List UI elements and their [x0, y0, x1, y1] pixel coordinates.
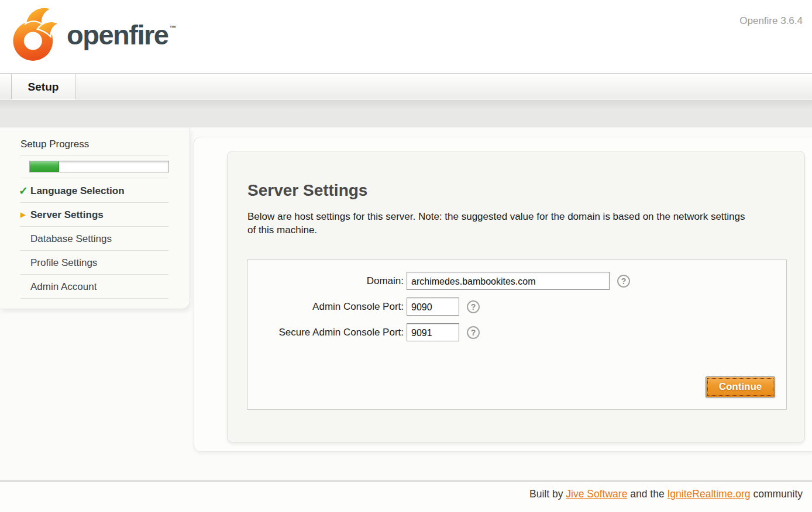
step-language-selection[interactable]: ✓ Language Selection [20, 179, 168, 203]
divider [20, 155, 168, 155]
step-database-settings[interactable]: Database Settings [20, 227, 168, 251]
form-row-domain: Domain: ? [247, 272, 786, 290]
divider [20, 178, 168, 178]
content-wrapper: Server Settings Below are host settings … [194, 137, 812, 452]
step-label: Server Settings [30, 209, 104, 220]
server-settings-panel: Server Settings Below are host settings … [227, 151, 805, 443]
openfire-setup-page: openfire™ Openfire 3.6.4 Setup Setup Pro… [0, 0, 812, 512]
help-icon[interactable]: ? [467, 300, 480, 313]
trademark-symbol: ™ [169, 24, 176, 32]
help-icon[interactable]: ? [467, 326, 480, 339]
openfire-logo: openfire™ [9, 4, 176, 65]
form-row-secure-admin-port: Secure Admin Console Port: ? [247, 323, 786, 341]
setup-steps-list: ✓ Language Selection ▶ Server Settings D… [20, 179, 168, 299]
footer-prefix: Built by [529, 488, 566, 500]
help-icon[interactable]: ? [617, 275, 630, 288]
domain-input[interactable] [407, 272, 610, 290]
progress-bar [29, 161, 169, 172]
secure-admin-console-port-label: Secure Admin Console Port: [247, 327, 407, 338]
footer-credits: Built by Jive Software and the IgniteRea… [529, 488, 803, 500]
step-label: Admin Account [30, 281, 97, 292]
jive-software-link[interactable]: Jive Software [566, 488, 627, 500]
secure-admin-console-port-input[interactable] [407, 323, 459, 341]
domain-label: Domain: [247, 275, 407, 287]
openfire-flame-icon [9, 4, 61, 65]
step-server-settings[interactable]: ▶ Server Settings [20, 203, 168, 227]
content-area: Setup Progress ✓ Language Selection ▶ Se… [0, 127, 812, 480]
tab-bar: Setup [0, 74, 812, 99]
check-icon: ✓ [19, 179, 28, 203]
form-row-admin-port: Admin Console Port: ? [247, 297, 786, 316]
version-label: Openfire 3.6.4 [739, 15, 803, 27]
step-label: Database Settings [30, 233, 112, 244]
progress-fill [30, 161, 59, 172]
footer-middle: and the [627, 488, 667, 500]
setup-progress-sidebar: Setup Progress ✓ Language Selection ▶ Se… [0, 127, 190, 309]
step-admin-account[interactable]: Admin Account [20, 275, 168, 299]
server-settings-form: Domain: ? Admin Console Port: ? Secure A… [247, 260, 787, 410]
footer: Built by Jive Software and the IgniteRea… [0, 480, 812, 512]
igniterealtime-link[interactable]: IgniteRealtime.org [668, 488, 751, 500]
brand-wordmark: openfire™ [67, 21, 176, 49]
step-label: Language Selection [30, 185, 125, 196]
sidebar-title: Setup Progress [20, 139, 168, 155]
page-title: Server Settings [247, 181, 804, 200]
step-label: Profile Settings [30, 257, 97, 268]
admin-console-port-label: Admin Console Port: [247, 301, 407, 313]
step-profile-settings[interactable]: Profile Settings [20, 251, 168, 275]
tab-setup[interactable]: Setup [11, 74, 75, 99]
admin-console-port-input[interactable] [407, 297, 459, 316]
continue-button[interactable]: Continue [706, 376, 775, 397]
arrow-right-icon: ▶ [20, 203, 25, 227]
page-description: Below are host settings for this server.… [247, 210, 753, 237]
sub-nav-bar [0, 100, 812, 127]
footer-suffix: community [751, 488, 803, 500]
header: openfire™ Openfire 3.6.4 [0, 0, 812, 74]
